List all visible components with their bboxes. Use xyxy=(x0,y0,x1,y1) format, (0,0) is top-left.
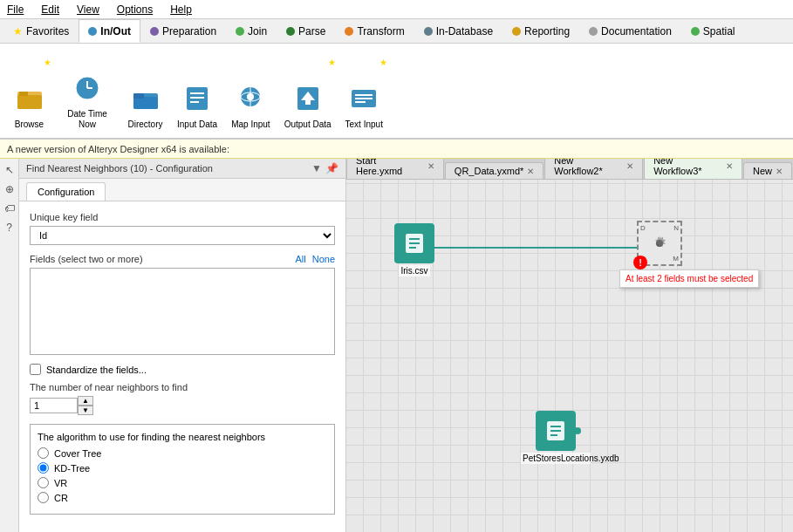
ribbon-tab-inout[interactable]: In/Out xyxy=(79,19,140,43)
spin-buttons: ▲ ▼ xyxy=(78,396,93,415)
ribbon-tab-transform[interactable]: Transform xyxy=(335,19,414,43)
tab-configuration[interactable]: Configuration xyxy=(26,182,106,201)
ribbon-btn-inputdata[interactable]: Input Data xyxy=(171,56,223,134)
ribbon-btn-label-outputdata: Output Data xyxy=(284,119,332,130)
canvas-tab-close-wf2[interactable]: ✕ xyxy=(626,161,633,171)
ribbon-tab-favorites[interactable]: ★Favorites xyxy=(3,19,79,43)
algo-label-cr: CR xyxy=(54,493,68,503)
ribbon-icon-directory xyxy=(128,81,163,116)
canvas-area[interactable]: Iris.csv D N Q M ! xyxy=(346,180,793,532)
iris-node-label: Iris.csv xyxy=(399,265,429,276)
num-neighbors-group: The number of near neighbors to find 1 ▲… xyxy=(30,382,335,415)
ribbon-tab-spatial[interactable]: Spatial xyxy=(681,19,745,43)
canvas-tab-close-qr[interactable]: ✕ xyxy=(527,167,534,176)
tab-label-transform: Transform xyxy=(357,25,404,38)
ribbon-btn-label-browse: Browse xyxy=(15,119,44,130)
algo-radio-cover_tree[interactable] xyxy=(38,447,49,459)
ribbon-tab-parse[interactable]: Parse xyxy=(277,19,335,43)
num-neighbors-input-row: 1 ▲ ▼ xyxy=(30,396,335,415)
algo-radio-cr[interactable] xyxy=(38,492,49,503)
num-neighbors-input[interactable]: 1 xyxy=(30,398,78,413)
ribbon-btn-directory[interactable]: Directory xyxy=(121,56,169,134)
error-badge: ! xyxy=(633,256,647,269)
menu-options[interactable]: Options xyxy=(113,2,156,17)
canvas-tab-label-start: Start Here.yxmd xyxy=(356,159,424,176)
menu-edit[interactable]: Edit xyxy=(38,2,63,17)
ribbon-btn-textinput[interactable]: Text Input xyxy=(339,56,389,134)
canvas-tab-close-start[interactable]: ✕ xyxy=(427,161,434,171)
unique-key-label: Unique key field xyxy=(30,212,335,222)
ribbon-btn-star-browse: ★ xyxy=(44,58,51,67)
ribbon-tab-indatabase[interactable]: In-Database xyxy=(414,19,502,43)
canvas-tab-label-new: New xyxy=(753,166,772,176)
unique-key-select[interactable]: Id xyxy=(30,226,335,245)
info-text: A newer version of Alteryx Designer x64 … xyxy=(7,144,229,154)
port-m: M xyxy=(673,255,679,263)
config-tabs: Configuration xyxy=(19,179,345,201)
ribbon-btn-datetime[interactable]: Date Time Now xyxy=(55,56,120,134)
tab-dot-parse xyxy=(286,27,295,36)
algorithm-radio-list: Cover Tree KD-Tree VR CR xyxy=(38,447,327,503)
algo-radio-row-cr: CR xyxy=(38,492,327,503)
ribbon-tab-preparation[interactable]: Preparation xyxy=(140,19,226,43)
ribbon-btn-label-textinput: Text Input xyxy=(345,119,383,130)
canvas-tab-wf2[interactable]: New Workflow2*✕ xyxy=(544,159,643,179)
none-link[interactable]: None xyxy=(312,254,335,264)
spin-up[interactable]: ▲ xyxy=(78,396,93,406)
ribbon-icon-outputdata xyxy=(291,81,325,116)
canvas: Start Here.yxmd✕QR_Data.yxmd*✕New Workfl… xyxy=(346,159,793,532)
ribbon-btn-outputdata[interactable]: Output Data xyxy=(278,56,338,134)
ribbon-btn-wrap-mapinput: Map Input xyxy=(225,56,276,134)
standardize-row: Standardize the fields... xyxy=(30,364,335,375)
ribbon-btn-wrap-outputdata: ★Output Data xyxy=(278,56,338,134)
ribbon-icon-browse xyxy=(12,81,47,116)
panel-pin-icon[interactable]: 📌 xyxy=(325,162,338,174)
ribbon-btn-label-directory: Directory xyxy=(127,119,162,130)
canvas-tab-close-wf3[interactable]: ✕ xyxy=(726,161,733,171)
svg-rect-19 xyxy=(305,100,311,105)
canvas-tab-label-qr: QR_Data.yxmd* xyxy=(455,166,523,176)
tab-dot-join xyxy=(236,27,244,36)
canvas-tab-new[interactable]: New✕ xyxy=(743,162,792,179)
fields-box[interactable] xyxy=(30,268,335,355)
algo-radio-kd_tree[interactable] xyxy=(38,462,49,474)
iris-node[interactable]: Iris.csv xyxy=(394,223,434,276)
ribbon-btn-wrap-textinput: ★Text Input xyxy=(339,56,389,134)
petstores-node[interactable]: PetStoresLocations.yxdb xyxy=(521,411,591,464)
standardize-checkbox[interactable] xyxy=(30,364,41,375)
algo-radio-vr[interactable] xyxy=(38,477,49,488)
ribbon-icon-datetime xyxy=(70,71,105,106)
ribbon-btn-mapinput[interactable]: Map Input xyxy=(225,56,276,134)
toolbar-cursor[interactable]: ↖ xyxy=(2,162,17,178)
ribbon-tab-reporting[interactable]: Reporting xyxy=(502,19,579,43)
panel-title: Find Nearest Neighbors (10) - Configurat… xyxy=(26,163,213,174)
canvas-tab-close-new[interactable]: ✕ xyxy=(776,167,783,176)
port-d: D xyxy=(640,224,646,232)
canvas-tab-wf3[interactable]: New Workflow3*✕ xyxy=(644,159,742,179)
tab-dot-preparation xyxy=(150,27,159,36)
all-link[interactable]: All xyxy=(295,254,305,264)
algo-radio-row-kd_tree: KD-Tree xyxy=(38,462,327,474)
algo-radio-row-vr: VR xyxy=(38,477,327,488)
spin-down[interactable]: ▼ xyxy=(78,406,93,415)
config-body: Unique key field Id Fields (select two o… xyxy=(19,201,345,532)
canvas-tab-qr[interactable]: QR_Data.yxmd*✕ xyxy=(445,162,543,179)
toolbar-question[interactable]: ? xyxy=(2,220,17,235)
ribbon-tab-join[interactable]: Join xyxy=(226,19,277,43)
menu-help[interactable]: Help xyxy=(167,2,195,17)
ribbon-tab-documentation[interactable]: Documentation xyxy=(579,19,681,43)
ribbon-btn-label-inputdata: Input Data xyxy=(177,119,217,130)
toolbar-tag[interactable]: 🏷 xyxy=(2,201,17,216)
error-tooltip: At least 2 fields must be selected xyxy=(619,269,759,288)
nn-tool-node[interactable]: D N Q M ! xyxy=(637,221,682,266)
canvas-tab-start[interactable]: Start Here.yxmd✕ xyxy=(346,159,444,179)
ribbon-btn-star-outputdata: ★ xyxy=(328,58,336,67)
ribbon-btn-wrap-datetime: Date Time Now xyxy=(55,56,120,134)
toolbar-zoom[interactable]: ⊕ xyxy=(2,181,17,197)
menu-view[interactable]: View xyxy=(73,2,103,17)
tab-label-parse: Parse xyxy=(298,25,325,38)
tab-label-preparation: Preparation xyxy=(162,25,216,38)
panel-dropdown-icon[interactable]: ▼ xyxy=(311,162,322,174)
ribbon-btn-browse[interactable]: Browse xyxy=(5,56,53,134)
menu-file[interactable]: File xyxy=(3,2,27,17)
